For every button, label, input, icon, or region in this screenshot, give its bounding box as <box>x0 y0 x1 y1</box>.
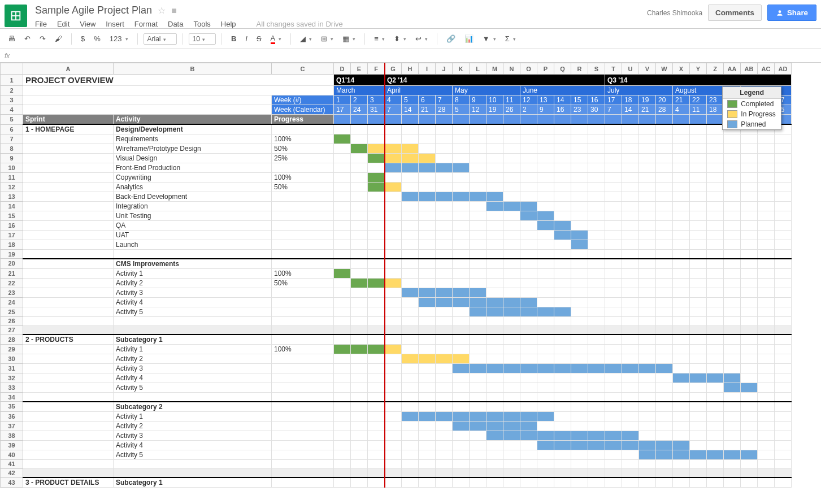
gantt-cell[interactable] <box>673 268 690 278</box>
month-header[interactable]: July <box>605 86 673 95</box>
gantt-cell[interactable] <box>436 124 453 134</box>
gantt-cell[interactable] <box>334 288 351 297</box>
row-header[interactable]: 3 <box>1 95 23 105</box>
cell[interactable] <box>385 115 402 125</box>
gantt-cell[interactable] <box>436 268 453 278</box>
gantt-cell[interactable] <box>486 440 503 450</box>
gantt-cell[interactable] <box>385 431 402 440</box>
gantt-cell[interactable] <box>775 477 792 488</box>
gantt-cell[interactable] <box>402 440 419 450</box>
gantt-cell[interactable] <box>334 316 351 325</box>
gantt-cell[interactable] <box>470 459 486 468</box>
gantt-cell[interactable] <box>334 402 351 412</box>
gantt-cell[interactable] <box>622 250 639 259</box>
gantt-cell[interactable] <box>520 307 537 316</box>
sprint-cell[interactable] <box>23 297 114 307</box>
gantt-cell[interactable] <box>758 173 775 183</box>
gantt-cell[interactable] <box>724 431 741 440</box>
gantt-cell[interactable] <box>385 278 402 288</box>
gantt-cell[interactable] <box>741 173 758 183</box>
sprint-cell[interactable] <box>23 278 114 288</box>
progress-cell[interactable] <box>272 334 334 345</box>
gantt-cell[interactable] <box>537 421 554 431</box>
gantt-cell[interactable] <box>554 268 571 278</box>
progress-header[interactable]: Progress <box>272 115 334 125</box>
gantt-cell[interactable] <box>724 325 741 334</box>
gantt-cell[interactable] <box>351 325 368 334</box>
gantt-cell[interactable] <box>402 373 419 383</box>
row-header[interactable]: 39 <box>1 440 23 450</box>
gantt-cell[interactable] <box>402 268 419 278</box>
gantt-cell[interactable] <box>775 192 792 202</box>
gantt-cell[interactable] <box>741 221 758 231</box>
gantt-cell[interactable] <box>351 393 368 402</box>
gantt-cell[interactable] <box>639 278 656 288</box>
gantt-cell[interactable] <box>554 278 571 288</box>
gantt-cell[interactable] <box>588 231 605 240</box>
gantt-cell[interactable] <box>520 144 537 154</box>
gantt-cell[interactable] <box>639 402 656 412</box>
progress-cell[interactable] <box>272 373 334 383</box>
gantt-cell[interactable] <box>486 231 503 240</box>
gantt-cell[interactable] <box>554 316 571 325</box>
gantt-cell[interactable] <box>588 259 605 269</box>
week-cal-cell[interactable]: 28 <box>436 105 453 115</box>
gantt-cell[interactable] <box>639 307 656 316</box>
gantt-cell[interactable] <box>588 183 605 192</box>
gantt-cell[interactable] <box>334 393 351 402</box>
gantt-cell[interactable] <box>453 124 470 134</box>
activity-cell[interactable]: Activity 3 <box>114 431 272 440</box>
gantt-cell[interactable] <box>690 288 707 297</box>
gantt-cell[interactable] <box>707 334 724 345</box>
gantt-cell[interactable] <box>605 154 622 163</box>
gantt-cell[interactable] <box>436 211 453 221</box>
gantt-cell[interactable] <box>419 211 436 221</box>
gantt-cell[interactable] <box>351 124 368 134</box>
progress-cell[interactable] <box>272 259 334 269</box>
gantt-cell[interactable] <box>639 202 656 211</box>
gantt-cell[interactable] <box>334 364 351 373</box>
sprint-cell[interactable] <box>23 411 114 421</box>
cell[interactable] <box>690 115 707 125</box>
gantt-cell[interactable] <box>537 163 554 173</box>
gantt-cell[interactable] <box>486 268 503 278</box>
gantt-cell[interactable] <box>368 250 385 259</box>
gantt-cell[interactable] <box>334 250 351 259</box>
gantt-cell[interactable] <box>368 450 385 459</box>
gantt-cell[interactable] <box>402 163 419 173</box>
gantt-cell[interactable] <box>537 307 554 316</box>
gantt-cell[interactable] <box>707 124 724 134</box>
borders-button[interactable]: ⊞ <box>318 32 337 45</box>
gantt-cell[interactable] <box>588 297 605 307</box>
gantt-cell[interactable] <box>385 307 402 316</box>
gantt-cell[interactable] <box>690 192 707 202</box>
gantt-cell[interactable] <box>656 459 673 468</box>
cell[interactable] <box>622 115 639 125</box>
gantt-cell[interactable] <box>690 231 707 240</box>
gantt-cell[interactable] <box>588 421 605 431</box>
gantt-cell[interactable] <box>673 134 690 144</box>
gantt-cell[interactable] <box>503 268 520 278</box>
gantt-cell[interactable] <box>690 373 707 383</box>
gantt-cell[interactable] <box>470 450 486 459</box>
column-header[interactable]: R <box>571 63 588 75</box>
gantt-cell[interactable] <box>537 440 554 450</box>
gantt-cell[interactable] <box>503 278 520 288</box>
gantt-cell[interactable] <box>520 421 537 431</box>
sprint-header[interactable]: Sprint <box>23 115 114 125</box>
gantt-cell[interactable] <box>639 316 656 325</box>
column-header[interactable]: D <box>334 63 351 75</box>
week-cal-cell[interactable]: 14 <box>622 105 639 115</box>
gantt-cell[interactable] <box>537 192 554 202</box>
gantt-cell[interactable] <box>656 421 673 431</box>
activity-cell[interactable] <box>114 393 272 402</box>
gantt-cell[interactable] <box>724 163 741 173</box>
gantt-cell[interactable] <box>419 393 436 402</box>
gantt-cell[interactable] <box>419 202 436 211</box>
gantt-cell[interactable] <box>453 468 470 477</box>
gantt-cell[interactable] <box>351 250 368 259</box>
sprint-cell[interactable] <box>23 221 114 231</box>
cell[interactable] <box>639 115 656 125</box>
gantt-cell[interactable] <box>368 173 385 183</box>
gantt-cell[interactable] <box>588 154 605 163</box>
